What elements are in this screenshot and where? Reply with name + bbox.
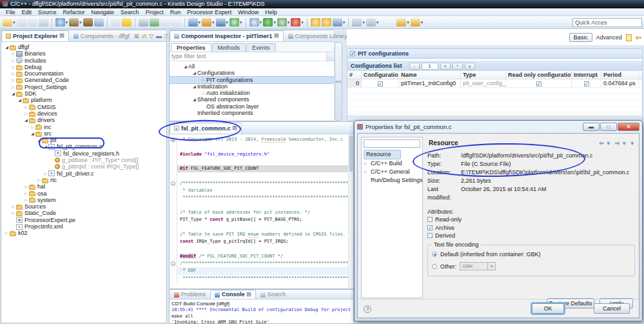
terminate-icon[interactable] bbox=[291, 18, 300, 26]
tree-arrow-icon[interactable]: ▷ bbox=[10, 64, 16, 70]
dialog-nav-run-debug-settings[interactable]: Run/Debug Settings bbox=[362, 176, 422, 185]
menu-refactor[interactable]: Refactor bbox=[60, 8, 88, 16]
tab-search[interactable]: Search bbox=[256, 290, 291, 299]
tab-components[interactable]: Components - dffgf bbox=[69, 30, 134, 41]
chevron-down-icon[interactable]: ▾ bbox=[421, 20, 424, 25]
filter-button[interactable] bbox=[326, 52, 334, 61]
filter-input[interactable]: type filter text bbox=[170, 52, 326, 61]
pe-inspector-icon[interactable] bbox=[322, 18, 331, 26]
promote-icon[interactable] bbox=[150, 18, 159, 26]
chevron-down-icon[interactable]: ▾ bbox=[343, 20, 346, 25]
table-row[interactable]: 0 ✓ pitTimer1_InitConfig0 pit_user_confi… bbox=[347, 79, 642, 88]
close-icon[interactable]: ✕ bbox=[618, 123, 639, 131]
fold-icon[interactable]: − bbox=[171, 261, 175, 266]
tree-item-inc[interactable]: ▷inc bbox=[1, 124, 166, 130]
chevron-down-icon[interactable]: ▾ bbox=[240, 20, 242, 25]
inspector-item-initialization[interactable]: ◢Initialization bbox=[170, 83, 334, 90]
chevron-down-icon[interactable]: ▾ bbox=[66, 20, 68, 25]
tree-arrow-icon[interactable]: ▷ bbox=[36, 177, 42, 183]
tree-arrow-icon[interactable]: ◢ bbox=[23, 117, 29, 123]
save-all-icon[interactable] bbox=[28, 18, 37, 26]
tree-arrow-icon[interactable]: ▷ bbox=[4, 230, 10, 236]
debug-gear-icon[interactable] bbox=[249, 18, 259, 26]
tree-arrow-icon[interactable]: ◢ bbox=[191, 96, 197, 103]
tree-item-dffgf[interactable]: ◢dffgf bbox=[1, 44, 166, 50]
tree-item-fsl-device-registers-h[interactable]: hfsl_device_registers.h bbox=[1, 150, 166, 157]
tree-item-documentation[interactable]: ▷Documentation bbox=[1, 70, 166, 77]
inspector-item-shared-components[interactable]: ◢Shared components bbox=[170, 96, 334, 103]
tree-arrow-icon[interactable]: ▷ bbox=[10, 50, 16, 57]
tab-console[interactable]: Console☒ bbox=[210, 290, 256, 299]
view-menu-icon[interactable]: ▽ bbox=[149, 33, 153, 39]
menu-window[interactable]: Window bbox=[235, 8, 262, 16]
tab-project-explorer[interactable]: Project Explorer ☒ bbox=[1, 30, 69, 41]
minimize-icon[interactable]: ▬ bbox=[156, 33, 162, 39]
tree-item-devices[interactable]: ▷devices bbox=[1, 110, 166, 117]
advanced-button[interactable]: Advanced bbox=[596, 34, 622, 41]
tree-arrow-icon[interactable]: ▷ bbox=[200, 77, 206, 83]
menu-edit[interactable]: Edit bbox=[19, 8, 35, 16]
next-annotation-icon[interactable] bbox=[366, 18, 376, 26]
dialog-nav-c-c-general[interactable]: ▷C/C++ General bbox=[362, 168, 422, 176]
tree-arrow-icon[interactable]: ▷ bbox=[23, 197, 29, 203]
help-button[interactable]: ? bbox=[364, 305, 371, 313]
read-only-checkbox[interactable] bbox=[427, 217, 433, 222]
inspector-item-inherited-components[interactable]: Inherited components bbox=[170, 110, 334, 116]
pit-configurations-checkbox[interactable]: ✓ bbox=[350, 51, 355, 56]
tree-item-rtc[interactable]: ▷rtc bbox=[1, 177, 166, 183]
basic-button[interactable]: Basic bbox=[569, 33, 592, 42]
skip-breakpoints-icon[interactable] bbox=[55, 18, 65, 26]
menu-file[interactable]: File bbox=[3, 8, 19, 16]
close-icon[interactable]: ☒ bbox=[274, 31, 278, 41]
editor-scrollbar[interactable] bbox=[348, 134, 353, 288]
chevron-down-icon[interactable]: ▾ bbox=[212, 20, 215, 25]
tree-arrow-icon[interactable]: ▷ bbox=[200, 90, 206, 96]
tree-arrow-icon[interactable]: ◢ bbox=[191, 70, 197, 76]
menu-processor-expert[interactable]: Processor Expert bbox=[184, 8, 235, 16]
profile-icon[interactable] bbox=[277, 18, 287, 26]
collapse-all-icon[interactable]: ⊞ bbox=[134, 33, 139, 39]
tree-item-static-code[interactable]: ▷Static_Code bbox=[1, 210, 166, 216]
inspector-item-all[interactable]: ◢All bbox=[170, 63, 334, 70]
derived-checkbox[interactable] bbox=[427, 233, 433, 238]
chevron-down-icon[interactable]: ▾ bbox=[288, 20, 290, 25]
menu-help[interactable]: Help bbox=[262, 8, 280, 16]
interrupt-checkbox[interactable]: ✓ bbox=[584, 81, 589, 86]
new-c-project-icon[interactable] bbox=[188, 18, 198, 26]
tree-item-cmsis[interactable]: ▷CMSIS bbox=[1, 104, 166, 110]
export-doc-icon[interactable] bbox=[626, 34, 632, 41]
flash-programmer-icon[interactable] bbox=[216, 18, 226, 26]
inspector-item-auto-initialization[interactable]: ▷Auto initialization bbox=[170, 90, 334, 96]
column-header--[interactable]: # bbox=[347, 71, 362, 79]
tree-item-projectinfo-xml[interactable]: xProjectInfo.xml bbox=[1, 223, 166, 230]
chevron-down-icon[interactable]: ▾ bbox=[79, 20, 82, 25]
dialog-filter-input[interactable] bbox=[364, 139, 420, 148]
tree-arrow-icon[interactable]: ◢ bbox=[191, 83, 197, 90]
run-play-icon[interactable] bbox=[263, 18, 273, 26]
subtab-methods[interactable]: Methods bbox=[212, 43, 246, 52]
maximize-icon[interactable]: □ bbox=[600, 123, 617, 131]
column-header-name[interactable]: Name bbox=[399, 71, 461, 79]
tree-item-drivers[interactable]: ◢drivers bbox=[1, 117, 166, 123]
config-count-field[interactable]: 1 bbox=[422, 63, 438, 70]
tab-component-inspector[interactable]: Component Inspector - pitTimer1 ☒ bbox=[170, 30, 284, 41]
tree-arrow-icon[interactable]: ◢ bbox=[4, 44, 10, 50]
tree-arrow-icon[interactable]: ▷ bbox=[10, 77, 16, 83]
dialog-title-bar[interactable]: Properties for fsl_pit_common.c ▬ □ ✕ bbox=[355, 121, 642, 133]
back-nav-icon[interactable] bbox=[396, 18, 406, 26]
inspector-item-pit-configurations[interactable]: ▷PIT configurations bbox=[170, 77, 334, 83]
grid-one-icon[interactable] bbox=[161, 18, 170, 26]
minimize-icon[interactable]: ▬ bbox=[583, 123, 600, 131]
tree-item-debug[interactable]: ▷Debug bbox=[1, 64, 166, 70]
chevron-down-icon[interactable]: ▾ bbox=[199, 20, 201, 25]
tree-item-processorexpert-pe[interactable]: pProcessorExpert.pe bbox=[1, 217, 166, 223]
horizontal-scrollbar[interactable] bbox=[347, 116, 642, 120]
remove-config-button[interactable]: - bbox=[409, 63, 420, 70]
ok-button[interactable]: OK bbox=[532, 303, 564, 314]
collapse-pane-button[interactable]: << bbox=[335, 42, 342, 121]
tree-item-osa[interactable]: ▷osa bbox=[1, 190, 166, 197]
menu-project[interactable]: Project bbox=[142, 8, 167, 16]
chevron-down-icon[interactable]: ▾ bbox=[273, 20, 276, 25]
chevron-down-icon[interactable]: ▾ bbox=[226, 20, 229, 25]
tree-arrow-icon[interactable]: ▷ bbox=[23, 110, 29, 117]
